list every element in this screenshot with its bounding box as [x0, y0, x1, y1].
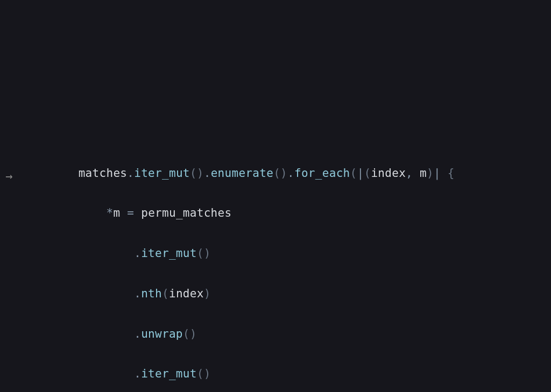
code-line: .iter_mut(): [37, 244, 551, 263]
gutter-arrow-icon: →: [5, 166, 13, 187]
code-editor[interactable]: matches.iter_mut().enumerate().for_each(…: [0, 143, 551, 392]
code-line: matches.iter_mut().enumerate().for_each(…: [37, 163, 551, 183]
code-line: .unwrap(): [37, 324, 551, 344]
code-line: .iter_mut(): [37, 364, 551, 384]
code-line: .nth(index): [37, 284, 551, 304]
code-line: *m = permu_matches: [37, 203, 551, 223]
